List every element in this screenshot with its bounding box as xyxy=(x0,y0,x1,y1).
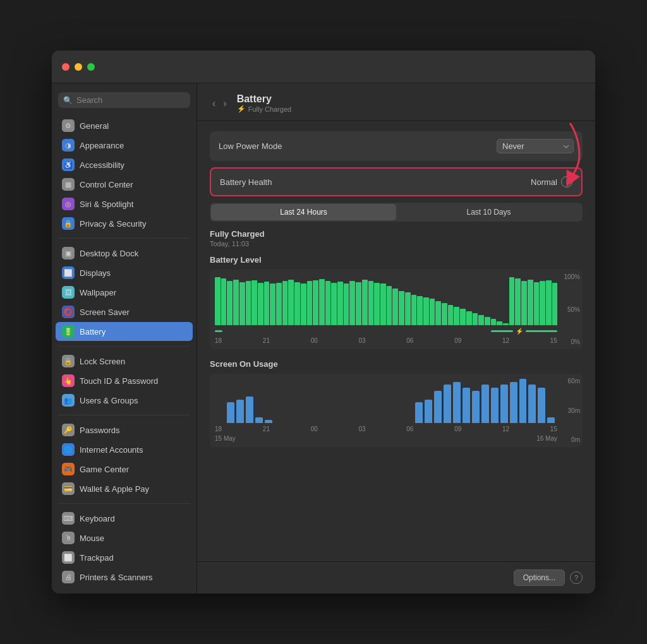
sidebar-label-wallet: Wallet & Apple Pay xyxy=(80,484,149,494)
tab-last-24-hours[interactable]: Last 24 Hours xyxy=(211,204,396,220)
battery-bar xyxy=(337,282,343,325)
sidebar-item-desktop[interactable]: ▣ Desktop & Dock xyxy=(56,244,193,263)
sidebar-item-mouse[interactable]: 🖱 Mouse xyxy=(56,528,193,547)
sidebar-label-siri: Siri & Spotlight xyxy=(80,200,133,209)
battery-y-labels: 100% 50% 0% xyxy=(564,270,580,349)
battery-bar xyxy=(331,283,337,325)
charge-indicator-mid xyxy=(491,330,513,332)
battery-bar xyxy=(466,311,472,325)
usage-bar xyxy=(519,379,527,423)
screen-usage-chart: 60m 30m 0m 18 21 00 03 06 09 12 xyxy=(210,374,583,447)
battery-health-value: Normal i xyxy=(531,176,572,188)
sidebar-item-siri[interactable]: ◎ Siri & Spotlight xyxy=(56,194,193,213)
battery-health-row: Battery Health Normal i xyxy=(210,167,583,196)
usage-bar xyxy=(246,397,253,423)
status-row: Fully Charged Today, 11:03 xyxy=(210,229,583,247)
usage-bar xyxy=(434,391,442,423)
sidebar-item-appearance[interactable]: ◑ Appearance xyxy=(56,136,193,155)
low-power-select[interactable]: Never Always Only on Battery xyxy=(497,139,574,153)
sidebar-label-general: General xyxy=(80,121,109,131)
minimize-button[interactable] xyxy=(75,63,82,71)
battery-bar xyxy=(325,281,331,325)
maximize-button[interactable] xyxy=(87,63,95,71)
options-button[interactable]: Options... xyxy=(514,569,565,586)
sidebar-item-trackpad[interactable]: ⬜ Trackpad xyxy=(56,548,193,567)
sidebar-label-displays: Displays xyxy=(80,268,111,278)
usage-bar xyxy=(500,385,508,423)
sidebar-item-internet[interactable]: 🌐 Internet Accounts xyxy=(56,440,193,459)
sidebar-item-keyboard[interactable]: ⌨ Keyboard xyxy=(56,509,193,528)
panel-title: Battery xyxy=(237,93,291,105)
battery-bar xyxy=(521,281,527,325)
sidebar-icon-mouse: 🖱 xyxy=(62,532,75,544)
sidebar-item-gamecenter[interactable]: 🎮 Game Center xyxy=(56,460,193,479)
sidebar-item-lockscreen[interactable]: 🔒 Lock Screen xyxy=(56,352,193,371)
search-input[interactable] xyxy=(76,95,185,105)
sidebar-item-wallet[interactable]: 💳 Wallet & Apple Pay xyxy=(56,479,193,498)
sidebar-item-users[interactable]: 👥 Users & Groups xyxy=(56,391,193,410)
sidebar-item-screensaver[interactable]: ⭕ Screen Saver xyxy=(56,302,193,321)
sidebar-item-displays[interactable]: ⬜ Displays xyxy=(56,263,193,282)
screen-usage-section: Screen On Usage 60m 30m 0m 18 21 00 03 xyxy=(210,359,583,447)
sidebar-item-general[interactable]: ⚙ General xyxy=(56,116,193,135)
battery-bar xyxy=(460,309,466,325)
sidebar-item-battery[interactable]: 🔋 Battery xyxy=(56,322,193,341)
main-window: 🔍 ⚙ General ◑ Appearance ♿ Accessibility… xyxy=(52,51,595,593)
back-button[interactable]: ‹ xyxy=(210,97,218,110)
panel-title-group: Battery ⚡ Fully Charged xyxy=(237,93,291,113)
sidebar-item-touchid[interactable]: 👆 Touch ID & Password xyxy=(56,371,193,390)
sidebar: 🔍 ⚙ General ◑ Appearance ♿ Accessibility… xyxy=(52,83,197,593)
battery-bar xyxy=(546,280,552,325)
battery-bar xyxy=(485,317,490,325)
battery-bar xyxy=(497,321,502,325)
battery-bar xyxy=(356,282,361,325)
sidebar-label-screensaver: Screen Saver xyxy=(80,307,130,317)
usage-bar xyxy=(547,417,555,423)
sidebar-item-accessibility[interactable]: ♿ Accessibility xyxy=(56,155,193,174)
battery-bar xyxy=(239,282,245,325)
usage-bar xyxy=(415,402,423,423)
info-button[interactable]: i xyxy=(561,176,572,188)
screen-y-60: 60m xyxy=(568,378,580,385)
battery-bar xyxy=(442,303,447,325)
battery-bar xyxy=(276,283,282,325)
sidebar-item-passwords[interactable]: 🔑 Passwords xyxy=(56,420,193,439)
usage-bar xyxy=(481,385,489,423)
tab-last-10-days[interactable]: Last 10 Days xyxy=(396,204,581,220)
sidebar-label-gamecenter: Game Center xyxy=(80,465,129,474)
battery-bar xyxy=(411,295,417,325)
sidebar-divider xyxy=(58,238,190,239)
search-bar[interactable]: 🔍 xyxy=(58,92,190,108)
usage-bar xyxy=(453,382,461,423)
battery-bar xyxy=(380,283,386,325)
date-label-may15: 15 May xyxy=(215,435,236,442)
usage-bar xyxy=(236,400,244,423)
panel-subtitle: ⚡ Fully Charged xyxy=(237,105,291,113)
battery-bar xyxy=(534,282,540,325)
search-icon: 🔍 xyxy=(63,96,73,105)
sidebar-item-privacy[interactable]: 🔒 Privacy & Security xyxy=(56,214,193,233)
low-power-label: Low Power Mode xyxy=(219,141,282,151)
sidebar-icon-gamecenter: 🎮 xyxy=(62,463,75,475)
close-button[interactable] xyxy=(62,63,70,71)
battery-bar xyxy=(374,283,380,325)
sidebar-icon-printers: 🖨 xyxy=(62,571,75,583)
usage-bar xyxy=(510,382,517,423)
battery-bar xyxy=(491,319,497,325)
battery-bar xyxy=(368,281,374,325)
usage-bar xyxy=(528,385,536,423)
sidebar-icon-displays: ⬜ xyxy=(62,266,75,279)
sidebar-label-privacy: Privacy & Security xyxy=(80,219,146,229)
sidebar-icon-trackpad: ⬜ xyxy=(62,551,75,564)
charge-indicator-right xyxy=(526,330,557,332)
battery-bar xyxy=(307,281,313,325)
sidebar-item-wallpaper[interactable]: 🖼 Wallpaper xyxy=(56,283,193,302)
sidebar-item-printers[interactable]: 🖨 Printers & Scanners xyxy=(56,568,193,587)
battery-bar xyxy=(417,296,423,325)
battery-bar xyxy=(528,280,533,325)
help-button[interactable]: ? xyxy=(570,571,583,584)
main-panel: ‹ › Battery ⚡ Fully Charged Low Power Mo… xyxy=(197,83,595,593)
forward-button[interactable]: › xyxy=(221,97,229,110)
battery-level-chart: 100% 50% 0% ⚡ 18 xyxy=(210,270,583,349)
sidebar-item-control-center[interactable]: ▦ Control Center xyxy=(56,175,193,194)
